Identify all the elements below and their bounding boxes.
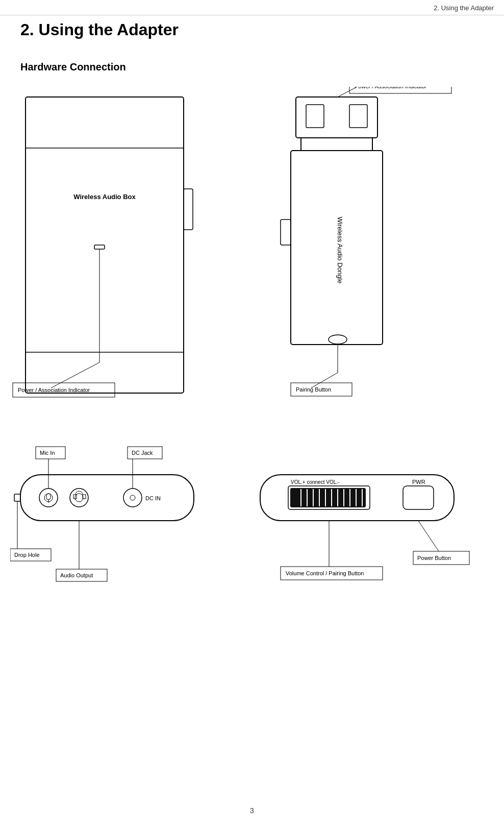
- svg-rect-3: [184, 189, 193, 230]
- svg-point-35: [123, 489, 142, 507]
- svg-text:DC IN: DC IN: [145, 495, 161, 501]
- svg-rect-12: [349, 105, 367, 128]
- svg-rect-26: [14, 494, 20, 501]
- page-header: 2. Using the Adapter: [0, 0, 504, 15]
- svg-point-36: [130, 495, 135, 500]
- svg-rect-29: [46, 494, 51, 500]
- svg-text:VOL.+ connect VOL.-: VOL.+ connect VOL.-: [291, 479, 339, 485]
- page-title: 2. Using the Adapter: [20, 20, 179, 39]
- bottom-left-diagram: DC IN Mic In DC Jack Drop Hole Audio Out…: [10, 444, 245, 607]
- svg-text:Power / Association Indicator: Power / Association Indicator: [355, 87, 427, 89]
- svg-text:Wireless Audio Box: Wireless Audio Box: [73, 193, 136, 201]
- svg-text:Wireless Audio Dongle: Wireless Audio Dongle: [336, 217, 344, 284]
- page-number: 3: [250, 807, 254, 815]
- right-diagram: Wireless Audio Dongle Power / Associatio…: [250, 87, 485, 444]
- left-diagram: Wireless Audio Box Power / Association I…: [10, 87, 245, 444]
- svg-rect-66: [403, 486, 434, 509]
- svg-rect-54: [290, 488, 366, 507]
- section-title: Hardware Connection: [20, 61, 126, 73]
- svg-rect-13: [301, 138, 372, 151]
- svg-rect-11: [306, 105, 324, 128]
- svg-text:Power Button: Power Button: [417, 555, 451, 561]
- svg-text:PWR: PWR: [412, 479, 425, 485]
- svg-text:DC Jack: DC Jack: [132, 450, 153, 456]
- header-title: 2. Using the Adapter: [434, 4, 494, 12]
- svg-rect-15: [281, 219, 291, 245]
- svg-text:Drop Hole: Drop Hole: [14, 552, 40, 558]
- bottom-right-diagram: PWR VOL.+ connect VOL.- Volume Control /…: [250, 444, 485, 607]
- svg-text:Power / Association Indicator: Power / Association Indicator: [18, 387, 90, 393]
- svg-text:Pairing Button: Pairing Button: [296, 386, 331, 393]
- svg-text:Audio Output: Audio Output: [60, 572, 93, 578]
- svg-line-72: [418, 521, 439, 551]
- svg-line-21: [311, 373, 338, 388]
- svg-text:Volume Control / Pairing Butto: Volume Control / Pairing Button: [286, 570, 364, 576]
- svg-rect-10: [296, 97, 377, 138]
- svg-point-24: [329, 335, 347, 344]
- svg-rect-4: [94, 245, 105, 249]
- svg-text:Mic In: Mic In: [40, 450, 55, 456]
- svg-line-7: [51, 362, 99, 388]
- svg-point-27: [39, 489, 58, 507]
